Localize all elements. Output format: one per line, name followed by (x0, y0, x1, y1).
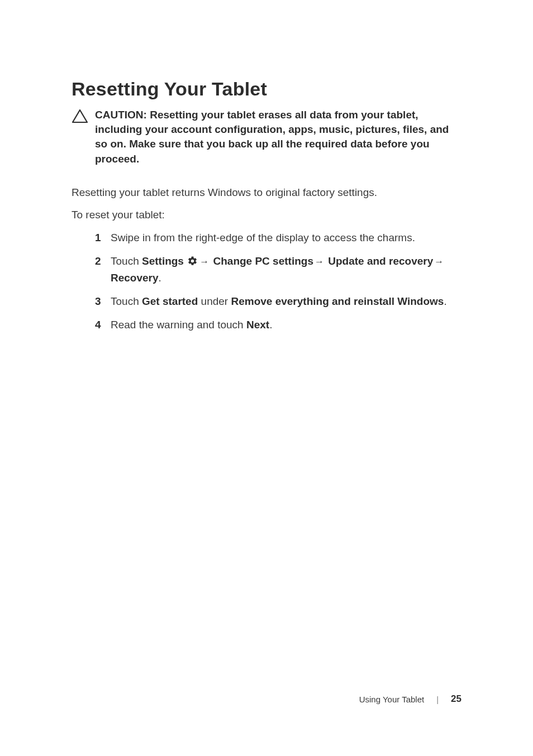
caution-triangle-icon (72, 109, 88, 126)
step-text: Swipe in from the right-edge of the disp… (111, 232, 415, 243)
gear-icon (187, 256, 198, 270)
step-text-mid: under (198, 295, 231, 307)
step-period: . (269, 319, 272, 331)
footer-divider: | (436, 695, 439, 704)
step-text-prefix: Touch (111, 295, 142, 307)
arrow-icon: → (434, 255, 444, 268)
remove-everything-label: Remove everything and reinstall Windows (231, 295, 444, 307)
steps-list: 1 Swipe in from the right-edge of the di… (72, 231, 461, 332)
update-and-recovery-label: Update and recovery (328, 255, 433, 267)
step-period: . (444, 295, 446, 307)
step-1: 1 Swipe in from the right-edge of the di… (95, 231, 461, 245)
next-label: Next (246, 319, 269, 331)
step-period: . (159, 272, 161, 284)
caution-text: CAUTION: Resetting your tablet erases al… (95, 108, 461, 166)
caution-block: CAUTION: Resetting your tablet erases al… (72, 108, 461, 166)
arrow-icon: → (199, 255, 209, 268)
step-3: 3 Touch Get started under Remove everyth… (95, 294, 461, 309)
arrow-icon: → (315, 255, 324, 268)
settings-label: Settings (142, 255, 184, 267)
step-text-spacer (184, 255, 187, 267)
intro-paragraph-1: Resetting your tablet returns Windows to… (72, 185, 461, 200)
step-text-prefix: Touch (111, 255, 142, 267)
step-number: 3 (95, 294, 101, 309)
step-4: 4 Read the warning and touch Next. (95, 318, 461, 332)
step-number: 4 (95, 318, 101, 332)
get-started-label: Get started (142, 295, 198, 307)
step-number: 1 (95, 231, 101, 245)
svg-marker-0 (73, 110, 87, 122)
change-pc-settings-label: Change PC settings (213, 255, 313, 267)
footer-section-title: Using Your Tablet (359, 695, 424, 704)
step-2: 2 Touch Settings → Change PC settings→ U… (95, 254, 461, 285)
recovery-label: Recovery (111, 272, 159, 284)
page-container: Resetting Your Tablet CAUTION: Resetting… (0, 0, 533, 756)
page-heading: Resetting Your Tablet (72, 78, 461, 100)
step-number: 2 (95, 254, 101, 269)
page-footer: Using Your Tablet | 25 (359, 693, 461, 705)
step-text-prefix: Read the warning and touch (111, 319, 246, 331)
footer-page-number: 25 (451, 693, 461, 705)
intro-paragraph-2: To reset your tablet: (72, 208, 461, 223)
